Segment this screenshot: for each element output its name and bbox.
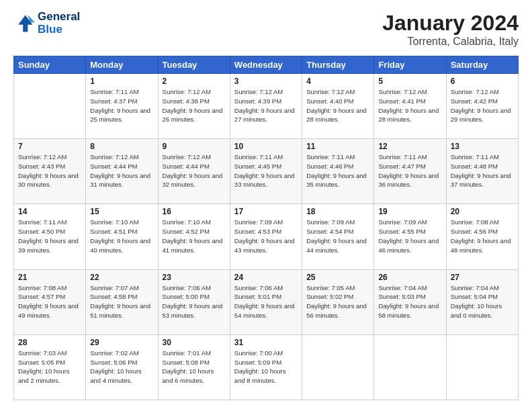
- day-info: Sunrise: 7:11 AM Sunset: 4:45 PM Dayligh…: [234, 152, 298, 189]
- day-info: Sunrise: 7:09 AM Sunset: 4:53 PM Dayligh…: [234, 218, 298, 255]
- day-info: Sunrise: 7:10 AM Sunset: 4:51 PM Dayligh…: [90, 218, 153, 255]
- calendar-header-row: SundayMondayTuesdayWednesdayThursdayFrid…: [14, 56, 519, 74]
- day-info: Sunrise: 7:04 AM Sunset: 5:03 PM Dayligh…: [378, 283, 441, 320]
- day-cell: 12Sunrise: 7:11 AM Sunset: 4:47 PM Dayli…: [374, 139, 446, 204]
- day-info: Sunrise: 7:12 AM Sunset: 4:44 PM Dayligh…: [90, 152, 153, 189]
- header-monday: Monday: [86, 56, 158, 74]
- day-number: 9: [163, 142, 226, 151]
- day-cell: 8Sunrise: 7:12 AM Sunset: 4:44 PM Daylig…: [86, 139, 158, 204]
- day-cell: 22Sunrise: 7:07 AM Sunset: 4:58 PM Dayli…: [86, 269, 158, 334]
- day-info: Sunrise: 7:12 AM Sunset: 4:41 PM Dayligh…: [378, 87, 441, 124]
- week-row-2: 7Sunrise: 7:12 AM Sunset: 4:43 PM Daylig…: [14, 139, 519, 204]
- day-cell: 24Sunrise: 7:06 AM Sunset: 5:01 PM Dayli…: [230, 269, 302, 334]
- day-cell: 11Sunrise: 7:11 AM Sunset: 4:46 PM Dayli…: [302, 139, 374, 204]
- header: General Blue January 2024 Torrenta, Cala…: [13, 11, 519, 48]
- day-cell: 5Sunrise: 7:12 AM Sunset: 4:41 PM Daylig…: [374, 74, 446, 139]
- day-info: Sunrise: 7:12 AM Sunset: 4:44 PM Dayligh…: [163, 152, 226, 189]
- day-number: 21: [18, 273, 81, 282]
- day-info: Sunrise: 7:11 AM Sunset: 4:47 PM Dayligh…: [378, 152, 441, 189]
- header-friday: Friday: [374, 56, 446, 74]
- day-cell: 21Sunrise: 7:08 AM Sunset: 4:57 PM Dayli…: [14, 269, 86, 334]
- day-number: 3: [234, 77, 298, 86]
- day-number: 23: [163, 273, 226, 282]
- day-info: Sunrise: 7:07 AM Sunset: 4:58 PM Dayligh…: [90, 283, 153, 320]
- day-info: Sunrise: 7:06 AM Sunset: 5:01 PM Dayligh…: [234, 283, 298, 320]
- day-number: 22: [90, 273, 153, 282]
- day-cell: [374, 334, 446, 400]
- day-number: 4: [306, 77, 369, 86]
- day-info: Sunrise: 7:12 AM Sunset: 4:38 PM Dayligh…: [163, 87, 226, 124]
- day-cell: 13Sunrise: 7:11 AM Sunset: 4:48 PM Dayli…: [446, 139, 518, 204]
- day-number: 24: [234, 273, 298, 282]
- day-number: 27: [451, 273, 514, 282]
- day-number: 11: [306, 142, 369, 151]
- day-info: Sunrise: 7:02 AM Sunset: 5:06 PM Dayligh…: [90, 349, 153, 385]
- day-cell: 16Sunrise: 7:10 AM Sunset: 4:52 PM Dayli…: [158, 204, 230, 269]
- day-info: Sunrise: 7:11 AM Sunset: 4:50 PM Dayligh…: [18, 218, 81, 255]
- day-number: 18: [306, 207, 369, 216]
- day-info: Sunrise: 7:09 AM Sunset: 4:54 PM Dayligh…: [306, 218, 369, 255]
- title-block: January 2024 Torrenta, Calabria, Italy: [382, 11, 519, 48]
- day-number: 1: [90, 77, 153, 86]
- day-number: 8: [90, 142, 153, 151]
- header-saturday: Saturday: [446, 56, 518, 74]
- svg-marker-0: [18, 15, 32, 32]
- logo: General Blue: [13, 11, 80, 36]
- day-cell: 3Sunrise: 7:12 AM Sunset: 4:39 PM Daylig…: [230, 74, 302, 139]
- day-number: 26: [378, 273, 441, 282]
- day-number: 31: [234, 338, 298, 347]
- day-cell: 30Sunrise: 7:01 AM Sunset: 5:08 PM Dayli…: [158, 334, 230, 400]
- day-cell: 2Sunrise: 7:12 AM Sunset: 4:38 PM Daylig…: [158, 74, 230, 139]
- day-cell: 4Sunrise: 7:12 AM Sunset: 4:40 PM Daylig…: [302, 74, 374, 139]
- week-row-1: 1Sunrise: 7:11 AM Sunset: 4:37 PM Daylig…: [14, 74, 519, 139]
- day-info: Sunrise: 7:10 AM Sunset: 4:52 PM Dayligh…: [163, 218, 226, 255]
- day-cell: 10Sunrise: 7:11 AM Sunset: 4:45 PM Dayli…: [230, 139, 302, 204]
- week-row-4: 21Sunrise: 7:08 AM Sunset: 4:57 PM Dayli…: [14, 269, 519, 334]
- day-cell: 29Sunrise: 7:02 AM Sunset: 5:06 PM Dayli…: [86, 334, 158, 400]
- day-number: 14: [18, 207, 81, 216]
- day-info: Sunrise: 7:11 AM Sunset: 4:48 PM Dayligh…: [451, 152, 514, 189]
- day-number: 15: [90, 207, 153, 216]
- day-cell: [302, 334, 374, 400]
- header-wednesday: Wednesday: [230, 56, 302, 74]
- day-number: 2: [163, 77, 226, 86]
- day-info: Sunrise: 7:12 AM Sunset: 4:39 PM Dayligh…: [234, 87, 298, 124]
- day-info: Sunrise: 7:00 AM Sunset: 5:09 PM Dayligh…: [234, 349, 298, 385]
- day-info: Sunrise: 7:08 AM Sunset: 4:57 PM Dayligh…: [18, 283, 81, 320]
- logo-icon: [13, 13, 35, 34]
- day-number: 20: [451, 207, 514, 216]
- page: General Blue January 2024 Torrenta, Cala…: [0, 0, 532, 411]
- day-info: Sunrise: 7:03 AM Sunset: 5:05 PM Dayligh…: [18, 349, 81, 385]
- header-thursday: Thursday: [302, 56, 374, 74]
- day-number: 13: [451, 142, 514, 151]
- week-row-5: 28Sunrise: 7:03 AM Sunset: 5:05 PM Dayli…: [14, 334, 519, 400]
- day-cell: 18Sunrise: 7:09 AM Sunset: 4:54 PM Dayli…: [302, 204, 374, 269]
- day-number: 16: [163, 207, 226, 216]
- day-number: 30: [163, 338, 226, 347]
- day-info: Sunrise: 7:09 AM Sunset: 4:55 PM Dayligh…: [378, 218, 441, 255]
- day-number: 12: [378, 142, 441, 151]
- calendar-table: SundayMondayTuesdayWednesdayThursdayFrid…: [13, 56, 519, 400]
- day-cell: 15Sunrise: 7:10 AM Sunset: 4:51 PM Dayli…: [86, 204, 158, 269]
- week-row-3: 14Sunrise: 7:11 AM Sunset: 4:50 PM Dayli…: [14, 204, 519, 269]
- day-cell: 23Sunrise: 7:06 AM Sunset: 5:00 PM Dayli…: [158, 269, 230, 334]
- day-info: Sunrise: 7:11 AM Sunset: 4:46 PM Dayligh…: [306, 152, 369, 189]
- day-cell: 6Sunrise: 7:12 AM Sunset: 4:42 PM Daylig…: [446, 74, 518, 139]
- location-title: Torrenta, Calabria, Italy: [382, 36, 519, 48]
- day-cell: 19Sunrise: 7:09 AM Sunset: 4:55 PM Dayli…: [374, 204, 446, 269]
- day-cell: 31Sunrise: 7:00 AM Sunset: 5:09 PM Dayli…: [230, 334, 302, 400]
- day-cell: 26Sunrise: 7:04 AM Sunset: 5:03 PM Dayli…: [374, 269, 446, 334]
- day-cell: 1Sunrise: 7:11 AM Sunset: 4:37 PM Daylig…: [86, 74, 158, 139]
- header-sunday: Sunday: [14, 56, 86, 74]
- day-number: 29: [90, 338, 153, 347]
- logo-text-blue: Blue: [38, 24, 80, 36]
- day-info: Sunrise: 7:12 AM Sunset: 4:43 PM Dayligh…: [18, 152, 81, 189]
- day-cell: 17Sunrise: 7:09 AM Sunset: 4:53 PM Dayli…: [230, 204, 302, 269]
- day-info: Sunrise: 7:11 AM Sunset: 4:37 PM Dayligh…: [90, 87, 153, 124]
- day-cell: [14, 74, 86, 139]
- day-cell: 14Sunrise: 7:11 AM Sunset: 4:50 PM Dayli…: [14, 204, 86, 269]
- header-tuesday: Tuesday: [158, 56, 230, 74]
- month-title: January 2024: [382, 11, 519, 36]
- day-cell: 25Sunrise: 7:05 AM Sunset: 5:02 PM Dayli…: [302, 269, 374, 334]
- day-number: 17: [234, 207, 298, 216]
